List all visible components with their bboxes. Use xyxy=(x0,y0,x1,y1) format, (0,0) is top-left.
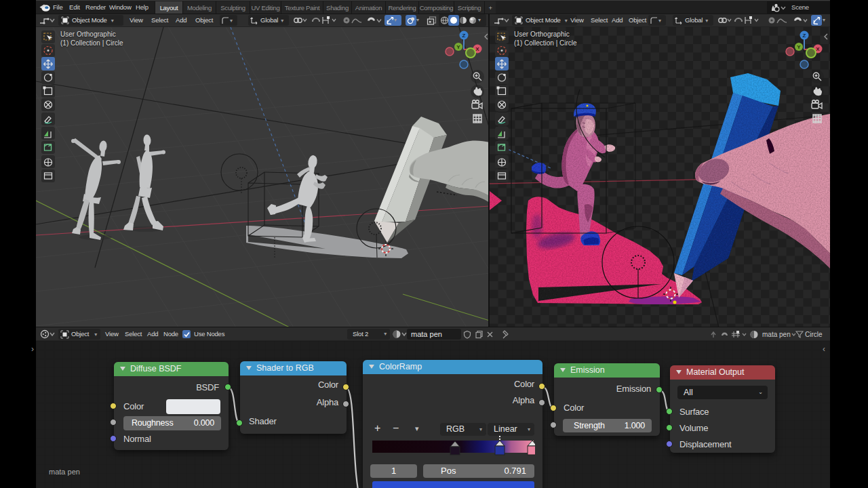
svg-text:mata pen: mata pen xyxy=(49,468,80,476)
svg-text:‹: ‹ xyxy=(823,344,825,354)
svg-text:Y: Y xyxy=(797,44,801,50)
svg-text:Circle: Circle xyxy=(805,331,823,338)
svg-text:X: X xyxy=(475,46,479,52)
svg-text:Z: Z xyxy=(462,33,466,39)
svg-text:Z: Z xyxy=(803,33,806,39)
svg-text:X: X xyxy=(816,46,820,52)
svg-text:mata pen: mata pen xyxy=(762,331,791,338)
svg-text:Y: Y xyxy=(456,44,460,50)
